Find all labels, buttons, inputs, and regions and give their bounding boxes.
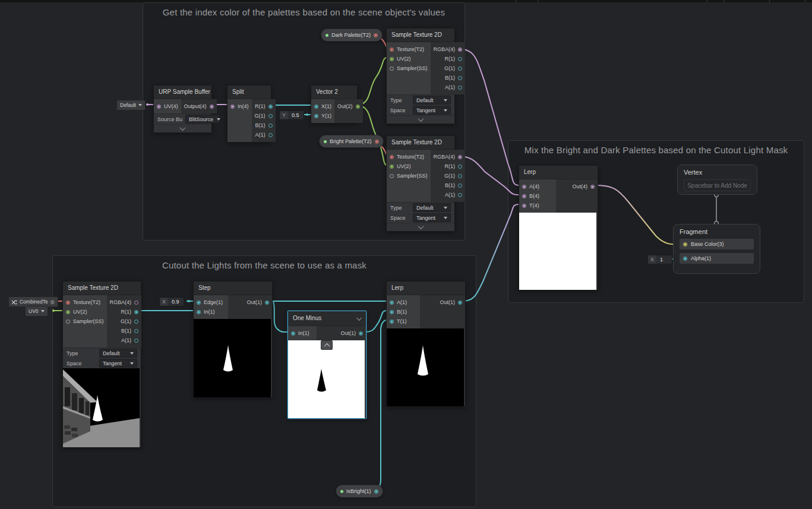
node-one-minus[interactable]: One Minus In(1) Out(1): [287, 311, 366, 419]
texture-input-port[interactable]: [390, 48, 394, 52]
property-is-bright[interactable]: IsBright(1): [336, 485, 383, 498]
node-sample-texture-bright[interactable]: Sample Texture 2D Texture(T2) UV(2) Samp…: [386, 135, 455, 232]
fragment-context[interactable]: Fragment Base Color(3) Alpha(1): [673, 224, 760, 274]
collapse-toggle[interactable]: [154, 124, 211, 132]
output4-port[interactable]: [210, 105, 214, 109]
type-dropdown[interactable]: Default: [413, 203, 451, 212]
uv4-input-port[interactable]: [157, 105, 161, 109]
in-input-port[interactable]: [197, 310, 201, 314]
node-sample-texture-dark[interactable]: Sample Texture 2D Texture(T2) UV(2) Samp…: [386, 28, 455, 124]
x-input-port[interactable]: [314, 105, 318, 109]
source-buffer-label: Source Bu: [157, 116, 182, 122]
g-output-port[interactable]: [134, 320, 138, 324]
b-output-port[interactable]: [458, 184, 462, 188]
y-value-field[interactable]: Y 0.5: [279, 110, 304, 120]
float-output-port[interactable]: [374, 489, 378, 494]
alpha-value-field[interactable]: X 1: [647, 255, 672, 264]
rgba-output-port[interactable]: [458, 155, 462, 159]
space-dropdown[interactable]: Tangent: [413, 213, 451, 222]
collapse-toggle[interactable]: [387, 115, 454, 124]
out4-port[interactable]: [590, 185, 595, 189]
type-dropdown[interactable]: Default: [413, 96, 451, 105]
node-sample-texture-scene[interactable]: Sample Texture 2D Texture(T2) UV(2) Samp…: [62, 281, 141, 448]
g-output-port[interactable]: [458, 67, 462, 71]
a-output-port[interactable]: [458, 193, 462, 197]
in-input-port[interactable]: [291, 331, 295, 336]
preview-collapse-button[interactable]: [321, 340, 333, 350]
a-input-port[interactable]: [390, 301, 394, 305]
edge-input-port[interactable]: [197, 301, 201, 305]
t-input-port[interactable]: [522, 204, 526, 208]
b-output-port[interactable]: [268, 124, 273, 128]
property-dark-palette[interactable]: Dark Palette(T2): [321, 29, 383, 42]
alpha-block[interactable]: Alpha(1): [680, 253, 754, 264]
collapse-toggle[interactable]: [387, 223, 454, 231]
g-output-port[interactable]: [458, 174, 462, 178]
b-input-port[interactable]: [390, 310, 394, 314]
rgba-output-port[interactable]: [458, 48, 462, 52]
a-input-port[interactable]: [522, 185, 526, 189]
node-lerp-mask[interactable]: Lerp A(1) B(1) T(1) Out(1): [386, 281, 466, 407]
space-dropdown[interactable]: Tangent: [413, 106, 451, 115]
b-output-port[interactable]: [134, 329, 138, 333]
base-color-block[interactable]: Base Color(3): [680, 239, 754, 249]
r-output-port[interactable]: [458, 57, 462, 61]
shader-graph-canvas[interactable]: Get the index color of the palettes base…: [0, 0, 812, 509]
node-lerp-palettes[interactable]: Lerp A(4) B(4) T(4) Out(4): [519, 165, 598, 290]
port-label: B(1): [255, 122, 266, 128]
out-port[interactable]: [359, 331, 363, 336]
uv-input-port[interactable]: [390, 57, 394, 61]
default-dropdown[interactable]: Default: [116, 100, 146, 110]
port-label: Sampler(SS): [397, 173, 428, 179]
object-picker-icon[interactable]: ◎: [50, 299, 55, 305]
node-urp-sample-buffer[interactable]: URP Sample Buffer UV(4) Output(4) Source…: [153, 85, 212, 133]
texture-output-port[interactable]: [374, 33, 378, 37]
sampler-input-port[interactable]: [390, 67, 394, 71]
a-output-port[interactable]: [268, 133, 273, 137]
port-label: Sampler(SS): [397, 65, 428, 71]
t-input-port[interactable]: [390, 320, 394, 324]
out2-port[interactable]: [356, 105, 360, 109]
space-dropdown[interactable]: Tangent: [99, 359, 137, 368]
port-label: G(1): [444, 173, 455, 179]
y-input-port[interactable]: [314, 114, 318, 118]
uv-input-port[interactable]: [390, 165, 394, 169]
node-split[interactable]: Split In(4) R(1) G(1) B(1) A(1): [227, 85, 271, 143]
texture-input-port[interactable]: [66, 301, 70, 305]
field-value[interactable]: 0.5: [288, 111, 304, 119]
edge-value-field[interactable]: X 0.9: [159, 297, 184, 306]
alpha-port[interactable]: [683, 257, 687, 261]
r-output-port[interactable]: [458, 165, 462, 169]
b-input-port[interactable]: [522, 194, 526, 198]
uv-input-port[interactable]: [66, 310, 70, 314]
field-value[interactable]: 0.9: [168, 298, 184, 306]
out-port[interactable]: [458, 301, 462, 305]
texture-output-port[interactable]: [375, 140, 379, 144]
dropdown-value: Tangent: [416, 215, 435, 221]
chevron-down-icon: [138, 104, 142, 106]
b-output-port[interactable]: [458, 76, 462, 80]
source-buffer-dropdown[interactable]: BlitSource: [185, 115, 220, 124]
base-color-port[interactable]: [683, 242, 687, 246]
sampler-input-port[interactable]: [390, 174, 394, 178]
a-output-port[interactable]: [134, 339, 138, 343]
texture-input-port[interactable]: [390, 155, 394, 159]
out-port[interactable]: [265, 301, 269, 305]
r-output-port[interactable]: [268, 105, 273, 109]
vertex-context[interactable]: Vertex Spacebar to Add Node: [677, 165, 757, 195]
chevron-down-icon[interactable]: [356, 315, 362, 321]
port-label: RGBA(4): [434, 46, 456, 52]
field-value[interactable]: 1: [656, 255, 672, 264]
port-label: A(1): [255, 132, 266, 138]
g-output-port[interactable]: [268, 114, 273, 118]
property-bright-palette[interactable]: Bright Palette(T2): [319, 135, 384, 148]
a-output-port[interactable]: [458, 86, 462, 90]
r-output-port[interactable]: [134, 310, 138, 314]
type-dropdown[interactable]: Default: [99, 349, 137, 358]
node-vector2[interactable]: Vector 2 X(1) Y(1) Out(2): [311, 85, 358, 124]
rgba-output-port[interactable]: [134, 301, 138, 305]
sampler-input-port[interactable]: [66, 320, 70, 324]
in4-port[interactable]: [230, 105, 235, 109]
node-step[interactable]: Step Edge(1) In(1) Out(1): [193, 281, 273, 398]
uv-channel-dropdown[interactable]: UV0: [25, 306, 48, 317]
